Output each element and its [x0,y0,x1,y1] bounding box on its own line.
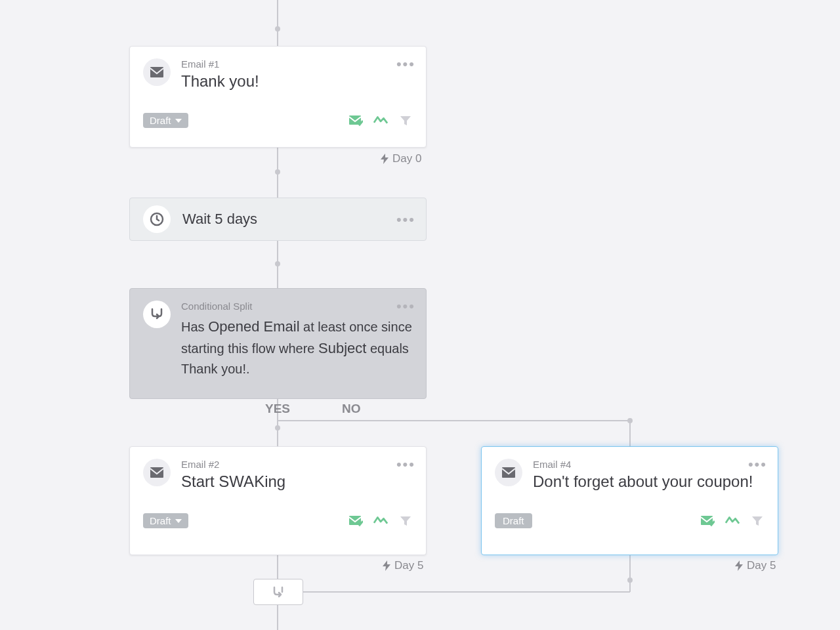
split-label: Conditional Split [181,301,413,312]
email-card-2[interactable]: Email #2 Start SWAKing ••• Draft [129,446,427,555]
split-icon [143,301,171,328]
wait-card[interactable]: Wait 5 days ••• [129,198,427,241]
email-label: Email #4 [533,459,753,470]
status-badge[interactable]: Draft [495,513,532,528]
chevron-down-icon [175,519,182,523]
preview-icon[interactable] [700,514,715,528]
email-icon [143,459,171,486]
more-menu[interactable]: ••• [396,298,415,315]
email-card-1[interactable]: Email #1 Thank you! ••• Draft [129,46,427,148]
filter-icon[interactable] [750,514,765,528]
chevron-down-icon [175,119,182,123]
email-title: Thank you! [181,72,259,91]
merge-icon [271,585,285,599]
email-icon [143,58,171,86]
analytics-icon[interactable] [725,514,740,528]
branch-no: NO [342,402,361,416]
analytics-icon[interactable] [373,514,388,528]
status-dropdown[interactable]: Draft [143,113,188,128]
filter-icon[interactable] [398,514,413,528]
svg-rect-0 [150,67,163,77]
email-title: Don't forget about your coupon! [533,472,753,491]
branch-yes: YES [265,402,290,416]
analytics-icon[interactable] [373,114,388,128]
clock-icon [143,205,171,233]
day-badge: Day 5 [383,559,423,572]
email-label: Email #2 [181,459,285,470]
more-menu[interactable]: ••• [396,56,415,73]
day-badge: Day 0 [381,152,421,165]
split-condition: Has Opened Email at least once since sta… [181,316,413,379]
email-icon [495,459,522,486]
more-menu[interactable]: ••• [748,456,767,473]
merge-node[interactable] [253,579,303,605]
email-card-4[interactable]: Email #4 Don't forget about your coupon!… [481,446,778,555]
preview-icon[interactable] [348,114,363,128]
email-label: Email #1 [181,58,259,70]
flow-canvas[interactable]: Email #1 Thank you! ••• Draft Day 0 Wait… [0,0,840,630]
bolt-icon [383,560,390,571]
bolt-icon [735,560,743,571]
status-dropdown[interactable]: Draft [143,513,188,528]
email-title: Start SWAKing [181,472,285,491]
more-menu[interactable]: ••• [396,456,415,473]
split-card[interactable]: Conditional Split Has Opened Email at le… [129,288,427,399]
svg-rect-5 [502,467,515,478]
preview-icon[interactable] [348,514,363,528]
bolt-icon [381,154,388,164]
filter-icon[interactable] [398,114,413,128]
svg-rect-3 [150,467,163,478]
day-badge: Day 5 [735,559,776,572]
more-menu[interactable]: ••• [396,211,415,228]
wait-title: Wait 5 days [182,211,257,228]
